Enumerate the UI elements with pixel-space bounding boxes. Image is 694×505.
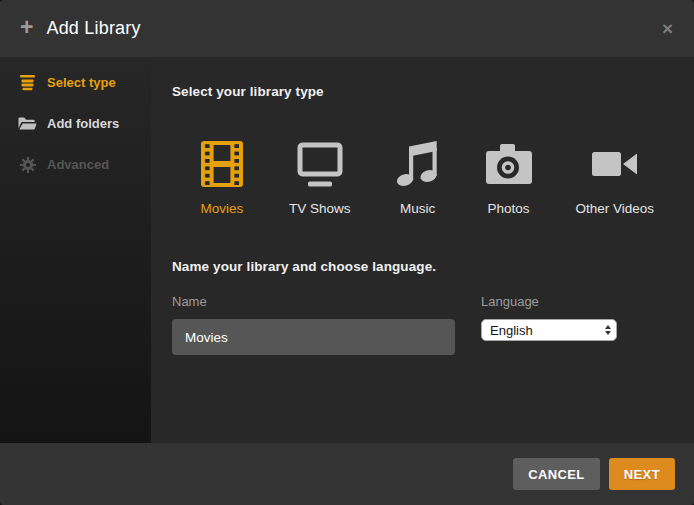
plus-icon: + <box>20 16 33 39</box>
dialog-body: Select type Add folders <box>0 57 694 443</box>
library-type-label: Other Videos <box>576 201 655 216</box>
dialog-header: + Add Library × <box>0 0 694 57</box>
tv-icon <box>297 139 343 189</box>
library-type-music[interactable]: Music <box>394 139 442 216</box>
wizard-steps-sidebar: Select type Add folders <box>0 57 151 443</box>
language-select-value: English <box>490 323 533 338</box>
cancel-button[interactable]: CANCEL <box>513 458 600 490</box>
add-library-dialog: + Add Library × Select type <box>0 0 694 505</box>
sidebar-item-select-type[interactable]: Select type <box>0 62 151 103</box>
folder-icon <box>18 116 37 131</box>
name-field-group: Name <box>172 294 455 355</box>
library-type-label: Music <box>400 201 435 216</box>
library-type-other-videos[interactable]: Other Videos <box>576 139 655 216</box>
gear-icon <box>18 157 37 173</box>
library-type-label: Movies <box>201 201 244 216</box>
sidebar-item-label: Advanced <box>47 157 109 172</box>
name-section-heading: Name your library and choose language. <box>172 259 670 274</box>
library-type-label: Photos <box>488 201 530 216</box>
next-button[interactable]: NEXT <box>609 458 675 490</box>
sidebar-item-advanced[interactable]: Advanced <box>0 144 151 185</box>
name-language-form: Name Language English <box>172 294 670 355</box>
type-lines-icon <box>18 74 37 91</box>
video-camera-icon <box>592 139 637 189</box>
main-panel: Select your library type <box>151 57 694 443</box>
sidebar-item-add-folders[interactable]: Add folders <box>0 103 151 144</box>
library-type-tv-shows[interactable]: TV Shows <box>289 139 351 216</box>
close-icon[interactable]: × <box>662 19 673 38</box>
dialog-title: Add Library <box>46 18 140 39</box>
select-arrows-icon <box>605 325 611 336</box>
language-field-label: Language <box>481 294 617 309</box>
dialog-footer: CANCEL NEXT <box>0 443 694 505</box>
sidebar-item-label: Select type <box>47 75 116 90</box>
type-section-heading: Select your library type <box>172 84 670 99</box>
language-select[interactable]: English <box>481 319 617 341</box>
name-field-label: Name <box>172 294 455 309</box>
sidebar-item-label: Add folders <box>47 116 119 131</box>
music-note-icon <box>396 139 440 189</box>
library-name-input[interactable] <box>172 319 455 355</box>
library-type-label: TV Shows <box>289 201 351 216</box>
library-type-photos[interactable]: Photos <box>485 139 533 216</box>
language-field-group: Language English <box>481 294 617 355</box>
film-icon <box>201 139 243 189</box>
camera-icon <box>486 139 532 189</box>
library-type-movies[interactable]: Movies <box>198 139 246 216</box>
library-type-row: Movies TV Shows <box>198 139 670 216</box>
